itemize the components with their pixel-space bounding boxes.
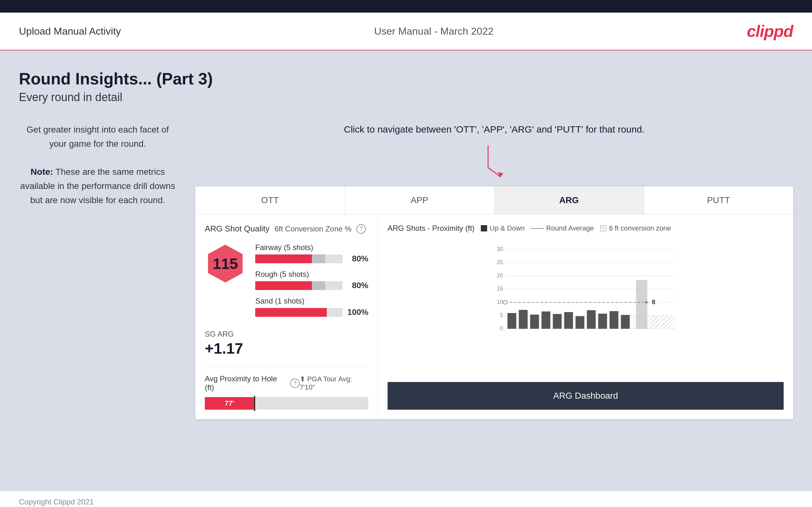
- tabs: OTT APP ARG PUTT: [195, 186, 793, 215]
- svg-text:15: 15: [497, 286, 503, 292]
- svg-rect-32: [651, 316, 659, 329]
- svg-rect-28: [636, 280, 648, 329]
- fairway-gray-fill: [312, 255, 325, 263]
- legend-conversion: 6 ft conversion zone: [600, 224, 671, 232]
- section-title: ARG Shot Quality: [205, 224, 269, 234]
- sand-pink-fill: [255, 308, 327, 317]
- svg-text:20: 20: [497, 272, 503, 279]
- tab-putt[interactable]: PUTT: [644, 186, 794, 214]
- chart-title: ARG Shots - Proximity (ft): [388, 224, 474, 233]
- sand-bar-track: [255, 308, 343, 317]
- sg-label: SG ARG: [205, 330, 368, 339]
- sand-label: Sand (1 shots): [255, 297, 368, 305]
- svg-rect-27: [587, 310, 596, 329]
- fairway-pct: 80%: [346, 254, 368, 264]
- fairway-bar-track: [255, 255, 343, 263]
- proximity-section: Avg Proximity to Hole (ft) ? ⬆ PGA Tour …: [205, 367, 368, 410]
- fairway-bar-row: 80%: [255, 254, 368, 264]
- fairway-label: Fairway (5 shots): [255, 243, 368, 252]
- sand-pct: 100%: [346, 307, 368, 317]
- top-bar: [0, 0, 812, 13]
- legend-up-down: Up & Down: [481, 224, 525, 232]
- page-subtitle: Every round in detail: [19, 91, 793, 104]
- page-title: Round Insights... (Part 3): [19, 69, 793, 88]
- tab-arg[interactable]: ARG: [494, 186, 644, 214]
- sg-value: +1.17: [205, 340, 368, 357]
- chart-header: ARG Shots - Proximity (ft) Up & Down Rou…: [388, 224, 783, 233]
- sg-section: SG ARG +1.17: [205, 330, 368, 357]
- right-panel: Click to navigate between 'OTT', 'APP', …: [195, 123, 793, 419]
- svg-rect-21: [519, 310, 528, 329]
- footer: Copyright Clippd 2021: [0, 491, 812, 507]
- main-content: Round Insights... (Part 3) Every round i…: [0, 50, 812, 491]
- proximity-marker: [254, 396, 255, 411]
- svg-rect-24: [553, 314, 562, 329]
- hexagon: 115: [205, 243, 246, 284]
- shot-row-fairway: Fairway (5 shots) 80%: [255, 243, 368, 264]
- legend-round-avg: Round Average: [531, 224, 594, 232]
- svg-text:25: 25: [497, 259, 503, 266]
- left-description: Get greater insight into each facet of y…: [19, 123, 176, 208]
- info-icon[interactable]: ?: [356, 224, 366, 234]
- dashboard-card: OTT APP ARG PUTT ARG Shot Quality 6ft Co…: [195, 186, 793, 419]
- annotation-text: Click to navigate between 'OTT', 'APP', …: [344, 123, 645, 136]
- svg-text:8: 8: [652, 298, 655, 305]
- header: Upload Manual Activity User Manual - Mar…: [0, 13, 812, 50]
- tab-ott[interactable]: OTT: [195, 186, 345, 214]
- section-header: ARG Shot Quality 6ft Conversion Zone % ?: [205, 224, 368, 234]
- sand-bar-row: 100%: [255, 307, 368, 317]
- rough-pink-fill: [255, 281, 312, 290]
- shot-row-sand: Sand (1 shots) 100%: [255, 297, 368, 317]
- note-label: Note:: [31, 167, 53, 177]
- svg-rect-20: [508, 313, 516, 329]
- dashboard-body: ARG Shot Quality 6ft Conversion Zone % ?…: [195, 215, 793, 419]
- svg-rect-29: [598, 314, 607, 329]
- manual-title: User Manual - March 2022: [121, 25, 747, 37]
- svg-point-35: [504, 300, 507, 304]
- section-subtitle: 6ft Conversion Zone %: [274, 225, 351, 233]
- right-section: ARG Shots - Proximity (ft) Up & Down Rou…: [378, 215, 793, 419]
- svg-text:30: 30: [497, 246, 503, 252]
- svg-rect-33: [662, 316, 671, 329]
- proximity-header: Avg Proximity to Hole (ft) ? ⬆ PGA Tour …: [205, 375, 368, 392]
- annotation-arrow: [482, 142, 507, 180]
- svg-rect-26: [576, 316, 585, 329]
- upload-label: Upload Manual Activity: [19, 25, 121, 37]
- arg-dashboard-button[interactable]: ARG Dashboard: [388, 382, 783, 410]
- svg-text:5: 5: [500, 312, 503, 318]
- svg-marker-2: [498, 172, 503, 177]
- clippd-logo: clippd: [747, 22, 793, 41]
- svg-line-1: [488, 168, 501, 177]
- rough-pct: 80%: [346, 281, 368, 290]
- pga-avg: ⬆ PGA Tour Avg: 7'10": [300, 375, 368, 391]
- rough-bar-track: [255, 281, 343, 290]
- svg-rect-22: [530, 315, 539, 329]
- shot-row-rough: Rough (5 shots) 80%: [255, 270, 368, 290]
- svg-rect-25: [564, 312, 573, 329]
- rough-label: Rough (5 shots): [255, 270, 368, 279]
- copyright-text: Copyright Clippd 2021: [19, 498, 94, 506]
- legend-box-icon: [481, 225, 487, 231]
- legend-hatch-icon: [600, 225, 607, 231]
- proximity-info-icon[interactable]: ?: [290, 379, 300, 388]
- svg-text:10: 10: [497, 299, 503, 305]
- tab-app[interactable]: APP: [345, 186, 495, 214]
- content-layout: Get greater insight into each facet of y…: [19, 123, 793, 419]
- proximity-bar-fill: 77': [205, 397, 254, 410]
- fairway-pink-fill: [255, 255, 312, 263]
- left-section: ARG Shot Quality 6ft Conversion Zone % ?…: [195, 215, 378, 419]
- svg-rect-23: [542, 312, 551, 329]
- svg-rect-31: [621, 315, 630, 329]
- chart-svg: 0 5 10 15 20 25 30: [388, 239, 783, 334]
- hex-container: 115 Fairway (5 shots): [205, 243, 368, 323]
- chart-area: 0 5 10 15 20 25 30: [388, 239, 783, 376]
- legend-dashed-icon: [531, 228, 544, 229]
- hex-score: 115: [213, 255, 238, 272]
- description-text: Get greater insight into each facet of y…: [19, 123, 176, 208]
- proximity-title: Avg Proximity to Hole (ft) ?: [205, 375, 300, 392]
- svg-text:0: 0: [500, 325, 503, 332]
- proximity-bar-track: 77': [205, 397, 368, 410]
- shot-bars: Fairway (5 shots) 80%: [255, 243, 368, 323]
- svg-rect-30: [610, 311, 618, 329]
- rough-gray-fill: [312, 281, 325, 290]
